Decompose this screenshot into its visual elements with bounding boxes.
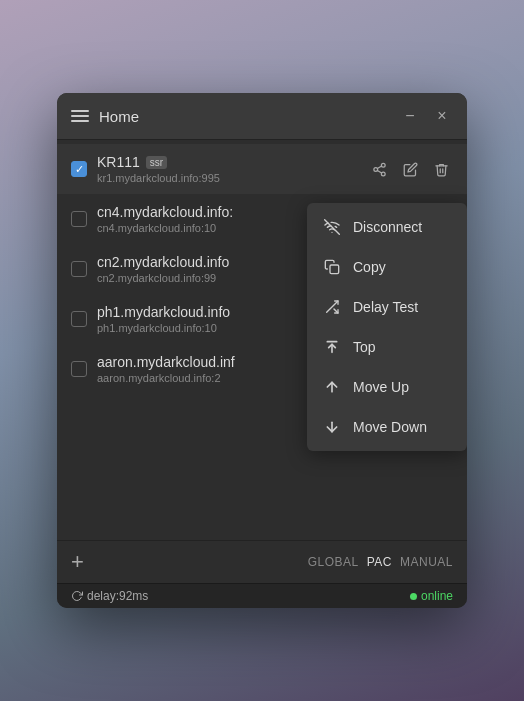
ctx-item-top[interactable]: Top xyxy=(307,327,467,367)
move-up-icon xyxy=(323,378,341,396)
checkbox-cn2[interactable] xyxy=(71,261,87,277)
online-dot xyxy=(410,593,417,600)
checkbox-kr1[interactable] xyxy=(71,161,87,177)
minimize-button[interactable]: − xyxy=(399,105,421,127)
share-button[interactable] xyxy=(368,160,391,179)
edit-button[interactable] xyxy=(399,160,422,179)
top-icon xyxy=(323,338,341,356)
checkbox-ph1[interactable] xyxy=(71,311,87,327)
context-menu: Disconnect Copy Delay Test xyxy=(307,203,467,451)
server-name-kr1: KR111 ssr xyxy=(97,154,358,170)
ctx-item-move-up[interactable]: Move Up xyxy=(307,367,467,407)
app-window: Home − × KR111 ssr kr1.mydarkcloud.info:… xyxy=(57,93,467,608)
ctx-label-move-down: Move Down xyxy=(353,419,427,435)
mode-manual-button[interactable]: MANUAL xyxy=(400,555,453,569)
mode-global-button[interactable]: GLOBAL xyxy=(308,555,359,569)
add-button[interactable]: + xyxy=(71,551,84,573)
status-label: online xyxy=(421,589,453,603)
delay-value: delay:92ms xyxy=(87,589,148,603)
window-title: Home xyxy=(99,108,139,125)
svg-rect-7 xyxy=(330,265,339,274)
svg-line-3 xyxy=(377,170,381,172)
ctx-item-delay-test[interactable]: Delay Test xyxy=(307,287,467,327)
ctx-label-disconnect: Disconnect xyxy=(353,219,422,235)
disconnect-icon xyxy=(323,218,341,236)
item-actions-kr1 xyxy=(368,160,453,179)
move-down-icon xyxy=(323,418,341,436)
ctx-label-copy: Copy xyxy=(353,259,386,275)
ctx-item-move-down[interactable]: Move Down xyxy=(307,407,467,447)
mode-buttons: GLOBAL PAC MANUAL xyxy=(308,555,453,569)
checkbox-aaron[interactable] xyxy=(71,361,87,377)
online-badge: online xyxy=(410,589,453,603)
delay-display: delay:92ms xyxy=(71,589,148,603)
mode-pac-button[interactable]: PAC xyxy=(367,555,392,569)
checkbox-cn4[interactable] xyxy=(71,211,87,227)
ctx-label-top: Top xyxy=(353,339,376,355)
menu-icon[interactable] xyxy=(71,110,89,122)
server-info-kr1: KR111 ssr kr1.mydarkcloud.info:995 xyxy=(97,154,358,184)
delay-test-icon xyxy=(323,298,341,316)
ctx-label-move-up: Move Up xyxy=(353,379,409,395)
titlebar: Home − × xyxy=(57,93,467,140)
ssr-badge: ssr xyxy=(146,156,167,169)
titlebar-left: Home xyxy=(71,108,139,125)
ctx-item-disconnect[interactable]: Disconnect xyxy=(307,207,467,247)
statusbar: delay:92ms online xyxy=(57,583,467,608)
ctx-item-copy[interactable]: Copy xyxy=(307,247,467,287)
svg-line-4 xyxy=(377,166,381,168)
copy-icon xyxy=(323,258,341,276)
footer: + GLOBAL PAC MANUAL xyxy=(57,540,467,583)
titlebar-right: − × xyxy=(399,105,453,127)
refresh-icon xyxy=(71,590,83,602)
server-item-kr1[interactable]: KR111 ssr kr1.mydarkcloud.info:995 xyxy=(57,144,467,194)
delete-button[interactable] xyxy=(430,160,453,179)
close-button[interactable]: × xyxy=(431,105,453,127)
server-addr-kr1: kr1.mydarkcloud.info:995 xyxy=(97,172,358,184)
ctx-label-delay-test: Delay Test xyxy=(353,299,418,315)
